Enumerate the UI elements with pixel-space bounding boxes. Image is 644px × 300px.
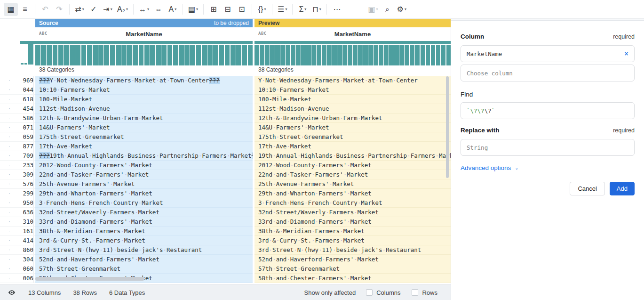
row-id-cell[interactable]: 860	[19, 245, 34, 255]
row-id-cell[interactable]: 310	[19, 217, 34, 227]
source-column-header[interactable]: ABC MarketName	[35, 27, 253, 41]
preview-cell[interactable]: 33rd·and·Diamond·Farmers'·Market	[254, 217, 451, 227]
lookup-table-icon[interactable]: ⊡	[235, 3, 249, 16]
clear-column-icon[interactable]: ×	[624, 49, 628, 58]
source-cell[interactable]: 3rd·Street·N·(hwy·11)·beside·jack's·Rest…	[35, 245, 253, 255]
histogram-bar[interactable]	[150, 45, 155, 65]
histogram-bar[interactable]	[270, 45, 275, 65]
histogram-bar[interactable]	[196, 45, 201, 65]
histogram-bar[interactable]	[173, 45, 178, 65]
preview-cell[interactable]: 25th·Avenue·Farmers'·Market	[254, 179, 451, 189]
histogram-bar[interactable]	[242, 45, 247, 65]
histogram-bar[interactable]	[41, 45, 46, 65]
histogram-bar[interactable]	[219, 45, 224, 65]
histogram-bar[interactable]	[374, 45, 378, 65]
cancel-button[interactable]: Cancel	[570, 182, 604, 195]
histogram-bar[interactable]	[327, 45, 332, 65]
histogram-bar[interactable]	[421, 45, 425, 65]
row-id-cell[interactable]: 071	[19, 123, 34, 132]
histogram-bar[interactable]	[87, 45, 92, 65]
source-cell[interactable]: ???Y·Not·Wednesday·Farmers·Market·at·Tow…	[35, 76, 253, 85]
move-column-icon[interactable]: ⇥▾	[101, 3, 115, 16]
row-id-cell[interactable]: 950	[19, 198, 34, 208]
histogram-bar[interactable]	[337, 45, 342, 65]
row-id-cell[interactable]: 454	[19, 104, 34, 114]
source-cell[interactable]: ???19th·Annual·Highlands·Business·Partne…	[35, 151, 253, 161]
histogram-bar[interactable]	[202, 45, 207, 65]
row-id-cell[interactable]: 059	[19, 132, 34, 142]
preview-cell[interactable]: 58th·and·Chester·Farmers'·Market	[254, 274, 451, 283]
histogram-bar[interactable]	[291, 45, 295, 65]
histogram-bar[interactable]	[306, 45, 311, 65]
source-cell[interactable]: 2012·Wood·County·Farmers'·Market	[35, 161, 253, 170]
row-id-cell[interactable]: 586	[19, 114, 34, 123]
preview-cell[interactable]: Y·Not·Wednesday·Farmers·Market·at·Town·C…	[254, 76, 451, 85]
sort-icon[interactable]: A₂▾	[115, 3, 130, 16]
preview-cell[interactable]: 175th·Street·Greenmarket	[254, 132, 451, 142]
source-cell[interactable]: 22nd·and·Tasker·Farmers'·Market	[35, 170, 253, 179]
histogram-bar[interactable]	[368, 45, 373, 65]
column-select[interactable]: MarketName ×	[461, 45, 635, 62]
preview-cell[interactable]: 19th·Annual·Highlands·Business·Partnersh…	[254, 151, 451, 161]
preview-cell[interactable]: 2012·Wood·County·Farmers'·Market	[254, 161, 451, 170]
source-cell[interactable]: 112st·Madison·Avenue	[35, 104, 253, 114]
histogram-bar[interactable]	[265, 45, 270, 65]
histogram-bar[interactable]	[322, 45, 326, 65]
pivot-icon[interactable]: ⊓▾	[310, 3, 324, 16]
histogram-bar[interactable]	[394, 45, 399, 65]
preview-cell[interactable]: 57th·Street·Greenmarket	[254, 264, 451, 274]
histogram-bar[interactable]	[426, 45, 430, 65]
histogram-bar[interactable]	[161, 45, 167, 65]
advanced-options-toggle[interactable]: Advanced options ⌄	[461, 164, 635, 171]
histogram-bar[interactable]	[110, 45, 115, 65]
grid-view-icon[interactable]: ▦	[4, 3, 18, 16]
histogram-bar[interactable]	[389, 45, 394, 65]
find-in-data-icon[interactable]: ⌕	[381, 3, 395, 16]
histogram-bar[interactable]	[446, 45, 451, 65]
insert-column-icon[interactable]: ↔▾	[136, 3, 151, 16]
histogram-bar[interactable]	[248, 45, 253, 65]
view-settings-icon[interactable]: ⚙▾	[395, 3, 409, 16]
source-cell[interactable]: 33rd·and·Diamond·Farmers'·Market	[35, 217, 253, 227]
histogram-bar[interactable]	[384, 45, 389, 65]
histogram-bar[interactable]	[296, 45, 301, 65]
eye-icon[interactable]	[8, 288, 16, 297]
preview-column-header[interactable]: ABC MarketName	[254, 27, 451, 41]
histogram-bar[interactable]	[410, 45, 414, 65]
row-id-cell[interactable]: 006	[19, 274, 34, 283]
preview-cell[interactable]: 10:10·Farmers·Market	[254, 85, 451, 95]
join-table-icon[interactable]: ⊟	[221, 3, 235, 16]
histogram-bar[interactable]	[98, 45, 103, 65]
histogram-bar[interactable]	[133, 45, 138, 65]
histogram-bar[interactable]	[116, 45, 121, 65]
histogram-bar[interactable]	[167, 45, 173, 65]
histogram-bar[interactable]	[58, 45, 64, 65]
row-id-cell[interactable]: 044	[19, 85, 34, 95]
source-cell[interactable]: 17th·Ave·Market	[35, 142, 253, 151]
histogram-bar[interactable]	[47, 45, 52, 65]
row-id-cell[interactable]: 969	[19, 76, 34, 85]
histogram-bar[interactable]	[139, 45, 144, 65]
replace-input[interactable]: String	[461, 139, 635, 156]
histogram-bar[interactable]	[363, 45, 368, 65]
histogram-bar[interactable]	[184, 45, 190, 65]
source-cell[interactable]: 3rd·&·Curry·St.·Farmers·Market	[35, 236, 253, 245]
row-id-cell[interactable]: 309	[19, 170, 34, 179]
expand-columns-icon[interactable]: ⇔	[151, 3, 166, 16]
validate-icon[interactable]: ✓	[87, 3, 101, 16]
source-column-name[interactable]: MarketName	[35, 31, 253, 38]
source-cell[interactable]: 100-Mile·Market	[35, 95, 253, 104]
row-id-cell[interactable]: 233	[19, 161, 34, 170]
row-id-cell[interactable]: 877	[19, 142, 34, 151]
columns-checkbox-group[interactable]: Columns	[366, 289, 400, 296]
formula-icon[interactable]: {}▾	[255, 3, 269, 16]
histogram-bar[interactable]	[405, 45, 409, 65]
source-cell[interactable]: 14&U·Farmers'·Market	[35, 123, 253, 132]
source-cell[interactable]: 57th·Street·Greenmarket	[35, 264, 253, 274]
filter-icon[interactable]: ☰▾	[275, 3, 289, 16]
histogram-bar[interactable]	[21, 63, 24, 65]
histogram-bar[interactable]	[70, 45, 75, 65]
more-actions-icon[interactable]: ⋯	[330, 3, 344, 16]
histogram-bar[interactable]	[280, 45, 285, 65]
append-table-icon[interactable]: ⊞	[207, 3, 221, 16]
